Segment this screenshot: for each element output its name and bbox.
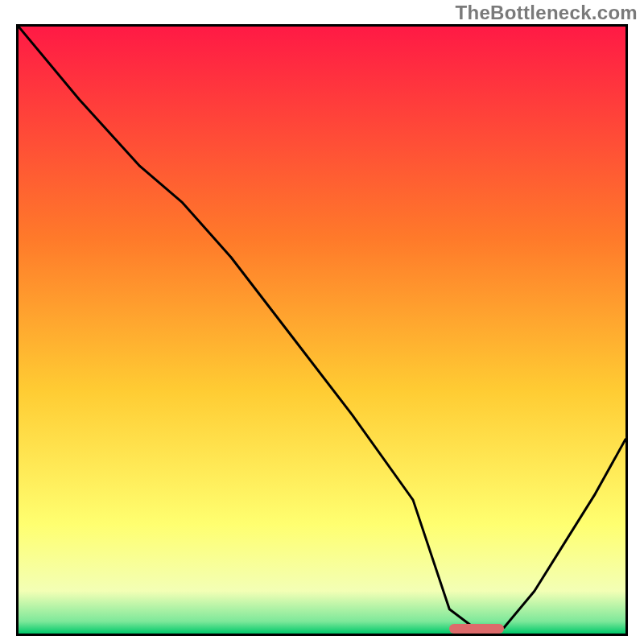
watermark-text: TheBottleneck.com xyxy=(456,2,638,24)
gradient-background xyxy=(19,27,625,634)
optimal-range-marker xyxy=(449,624,504,634)
chart-plot-area xyxy=(16,24,628,636)
chart-svg xyxy=(19,27,625,634)
